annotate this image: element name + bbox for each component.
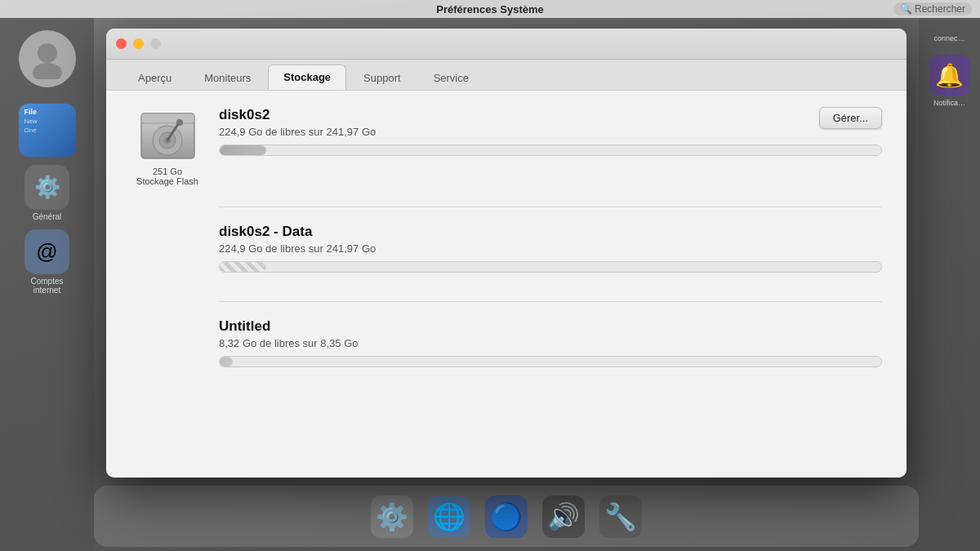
search-icon: 🔍 [900, 3, 912, 15]
sidebar-item-accounts[interactable]: @ Comptesinternet [24, 229, 69, 295]
dock-icon-bluetooth[interactable]: 🔵 [485, 495, 528, 538]
dock-icon-tools[interactable]: 🔧 [599, 495, 642, 538]
menubar-title: Préférences Système [436, 3, 544, 16]
disk-entry-1: 251 GoStockage Flash disk0s2 224,9 Go de… [131, 107, 882, 186]
disk-info-1: disk0s2 224,9 Go de libres sur 241,97 Go [219, 107, 882, 156]
menubar-search[interactable]: 🔍 Rechercher [893, 2, 972, 16]
disk-free-3: 8,32 Go de libres sur 8,35 Go [219, 337, 882, 349]
svg-point-1 [33, 63, 62, 79]
close-button[interactable] [116, 38, 127, 49]
notif-label: Notifica… [933, 99, 965, 107]
minimize-button[interactable] [133, 38, 144, 49]
disk-name-3: Untitled [219, 318, 882, 335]
tab-apercu[interactable]: Aperçu [122, 65, 187, 90]
file-label: File [22, 107, 73, 117]
general-label: Général [33, 212, 62, 221]
hdd-svg [137, 109, 198, 162]
accounts-label: Comptesinternet [30, 277, 63, 295]
disk-entry-2: disk0s2 - Data 224,9 Go de libres sur 24… [131, 224, 882, 281]
disk-free-2: 224,9 Go de libres sur 241,97 Go [219, 242, 882, 255]
file-app-widget[interactable]: File New One [19, 104, 76, 157]
disk-entry-3: Untitled 8,32 Go de libres sur 8,35 Go [131, 318, 882, 375]
disk-progress-fill-3 [220, 357, 233, 367]
dock-icon-speaker[interactable]: 🔊 [542, 495, 585, 538]
tab-moniteurs[interactable]: Moniteurs [189, 65, 266, 90]
window-titlebar [106, 29, 906, 60]
search-label: Rechercher [915, 3, 965, 15]
sidebar-item-general[interactable]: ⚙️ Général [24, 165, 69, 221]
sidebar-left: File New One ⚙️ Général @ Comptesinterne… [0, 18, 94, 551]
sidebar-right-connect: connec… [933, 34, 964, 42]
one-label: One [22, 126, 73, 135]
disk-size-label-1: 251 GoStockage Flash [136, 167, 198, 186]
dock-icon-prefs[interactable]: ⚙️ [371, 495, 413, 538]
disk-icon-area-1: 251 GoStockage Flash [131, 107, 204, 186]
disk-info-3: Untitled 8,32 Go de libres sur 8,35 Go [219, 318, 882, 367]
svg-rect-3 [141, 113, 194, 123]
tab-stockage[interactable]: Stockage [268, 64, 346, 90]
tab-service[interactable]: Service [418, 65, 484, 90]
disk-icon-placeholder-2 [131, 224, 204, 281]
new-label: New [22, 117, 73, 126]
disk-icon-placeholder-3 [131, 318, 204, 375]
disk-progress-1 [219, 144, 882, 156]
disk-icon-area-3 [131, 318, 204, 375]
manage-button[interactable]: Gérer... [819, 107, 882, 129]
maximize-button[interactable] [150, 38, 161, 49]
sidebar-right: connec… 🔔 Notifica… [919, 18, 980, 551]
main-window: Aperçu Moniteurs Stockage Support Servic… [106, 29, 906, 478]
accounts-icon: @ [24, 229, 69, 274]
svg-point-0 [38, 43, 57, 63]
connect-label: connec… [933, 34, 964, 42]
disk-icon-area-2 [131, 224, 204, 281]
disk-free-1: 224,9 Go de libres sur 241,97 Go [219, 126, 882, 138]
svg-point-8 [176, 119, 183, 126]
disk-progress-fill-2 [220, 262, 266, 272]
general-icon: ⚙️ [24, 165, 69, 210]
disk-name-1: disk0s2 [219, 107, 882, 123]
user-icon [27, 38, 68, 79]
tab-bar: Aperçu Moniteurs Stockage Support Servic… [106, 60, 906, 91]
dock-icon-network[interactable]: 🌐 [428, 495, 470, 538]
notif-icon: 🔔 [929, 55, 970, 96]
avatar [19, 30, 76, 87]
disk-name-2: disk0s2 - Data [219, 224, 882, 240]
tab-support[interactable]: Support [348, 65, 416, 90]
disk-icon-1 [135, 107, 200, 164]
dock: ⚙️ 🌐 🔵 🔊 🔧 [94, 486, 919, 547]
disk-progress-2 [219, 261, 882, 273]
content-area: 251 GoStockage Flash disk0s2 224,9 Go de… [106, 91, 906, 478]
disk-separator-2 [219, 301, 882, 302]
disk-separator-1 [219, 207, 882, 207]
disk-info-2: disk0s2 - Data 224,9 Go de libres sur 24… [219, 224, 882, 273]
disk-progress-fill-1 [220, 145, 266, 155]
sidebar-right-notif: 🔔 Notifica… [929, 55, 970, 107]
desktop: Préférences Système 🔍 Rechercher File Ne… [0, 0, 980, 551]
disk-progress-3 [219, 356, 882, 367]
menubar: Préférences Système 🔍 Rechercher [0, 0, 980, 18]
